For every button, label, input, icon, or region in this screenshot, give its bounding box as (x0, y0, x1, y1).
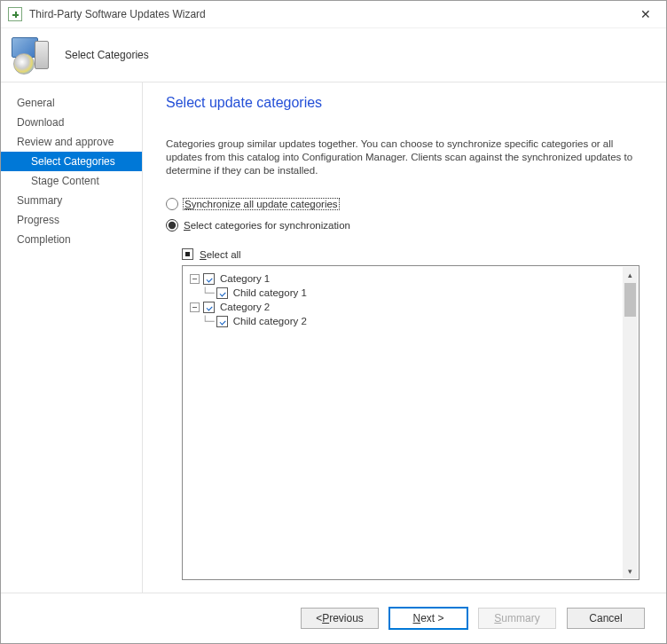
radio-select-categories-input[interactable] (166, 219, 178, 232)
close-icon[interactable]: ✕ (625, 1, 666, 27)
tree-checkbox[interactable] (203, 302, 215, 313)
previous-button[interactable]: < Previous (301, 608, 379, 629)
wizard-footer: < Previous Next > Summary Cancel (1, 593, 666, 643)
nav-item-select-categories[interactable]: Select Categories (1, 152, 142, 171)
select-all-rest: elect all (207, 249, 241, 260)
next-button[interactable]: Next > (389, 608, 467, 629)
nav-item-summary[interactable]: Summary (1, 191, 142, 210)
page-heading: Select update categories (166, 95, 640, 111)
scroll-thumb[interactable] (624, 283, 636, 317)
page-description: Categories group similar updates togethe… (166, 137, 640, 177)
radio-sync-all[interactable]: Synchronize all update categories (166, 198, 640, 210)
wizard-window: Third-Party Software Updates Wizard ✕ Se… (0, 0, 667, 644)
collapse-icon[interactable] (190, 274, 200, 284)
nav-item-progress[interactable]: Progress (1, 210, 142, 230)
cancel-button[interactable]: Cancel (567, 608, 645, 629)
radio-sync-all-input[interactable] (166, 198, 178, 210)
select-all-checkbox[interactable] (182, 248, 193, 260)
tree-row[interactable]: Category 1 (190, 271, 637, 286)
radio-sync-all-rest: ynchronize all update categories (192, 199, 338, 209)
tree-label: Child category 2 (233, 316, 307, 326)
nav-item-download[interactable]: Download (1, 113, 142, 132)
app-sysmenu-icon[interactable] (8, 7, 22, 21)
nav-item-completion[interactable]: Completion (1, 230, 142, 249)
select-all-row[interactable]: Select all (182, 248, 640, 260)
tree-row[interactable]: └─ Child category 2 (190, 314, 637, 328)
step-title: Select Categories (65, 49, 149, 61)
nav-item-stage-content[interactable]: Stage Content (1, 171, 142, 191)
nav-item-review-approve[interactable]: Review and approve (1, 132, 142, 152)
scroll-down-icon[interactable]: ▾ (623, 563, 638, 578)
nav-item-general[interactable]: General (1, 93, 142, 113)
select-all-ak: S (200, 249, 207, 260)
scroll-up-icon[interactable]: ▴ (623, 267, 638, 282)
nav-sidebar: General Download Review and approve Sele… (1, 82, 143, 593)
tree-label: Category 1 (220, 273, 270, 284)
tree-row[interactable]: Category 2 (190, 300, 637, 314)
tree-label: Child category 1 (233, 287, 307, 298)
collapse-icon[interactable] (190, 302, 200, 312)
tree-label: Category 2 (220, 302, 270, 312)
tree-row[interactable]: └─ Child category 1 (190, 286, 637, 300)
content-pane: Select update categories Categories grou… (143, 82, 666, 593)
radio-select-categories-ak: S (184, 220, 191, 231)
window-title: Third-Party Software Updates Wizard (29, 8, 625, 20)
radio-select-categories[interactable]: Select categories for synchronization (166, 219, 640, 232)
summary-button: Summary (478, 608, 556, 629)
update-wizard-icon (12, 37, 52, 73)
tree-checkbox[interactable] (203, 273, 215, 285)
wizard-body: General Download Review and approve Sele… (1, 82, 666, 593)
radio-select-categories-rest: elect categories for synchronization (191, 220, 350, 231)
tree-scrollbar[interactable]: ▴ ▾ (623, 267, 638, 578)
tree-checkbox[interactable] (216, 316, 228, 327)
titlebar: Third-Party Software Updates Wizard ✕ (1, 1, 666, 28)
radio-sync-all-ak: S (184, 199, 192, 209)
wizard-header: Select Categories (1, 28, 666, 82)
category-tree: Category 1 └─ Child category 1 Category … (182, 265, 640, 580)
tree-checkbox[interactable] (216, 287, 228, 299)
